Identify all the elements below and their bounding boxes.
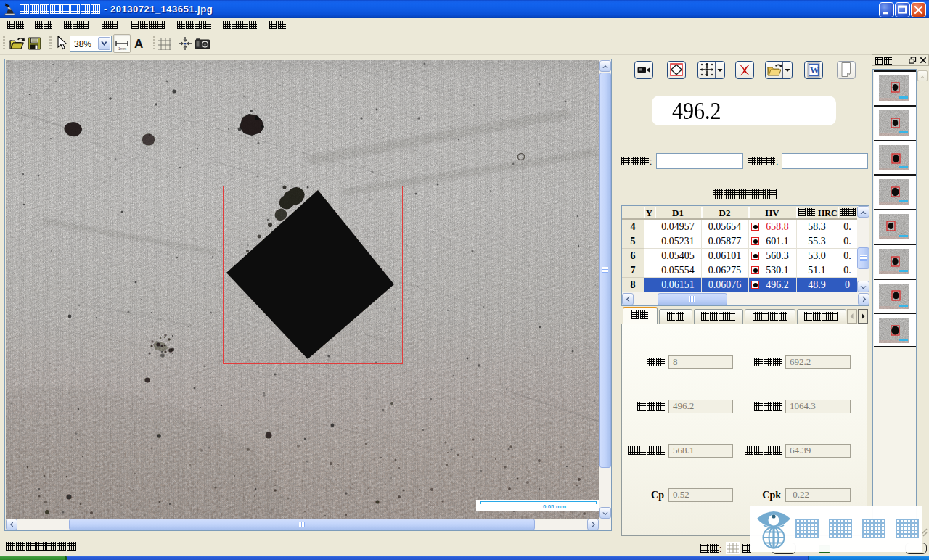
svg-text:1mm: 1mm (118, 46, 126, 51)
svg-text:W: W (810, 65, 819, 75)
